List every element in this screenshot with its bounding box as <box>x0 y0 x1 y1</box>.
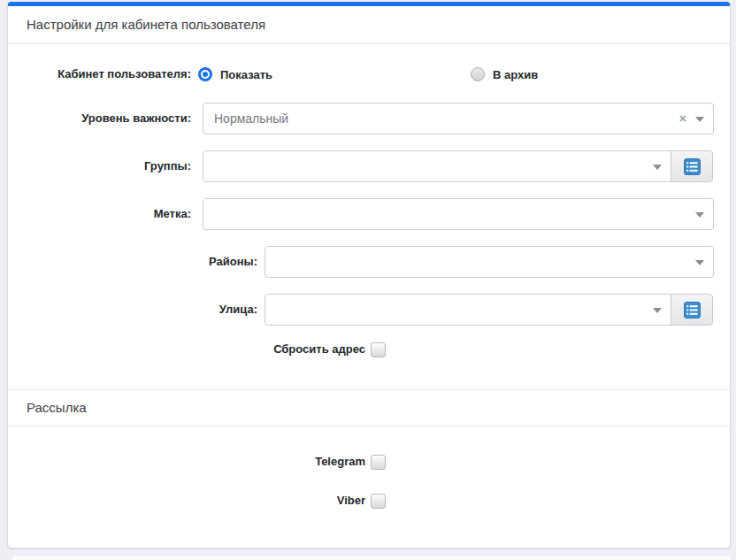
radio-option-show[interactable]: Показать <box>198 67 471 81</box>
street-label: Улица: <box>31 303 257 317</box>
row-importance: Уровень важности: Нормальный × <box>31 103 707 134</box>
radio-archive-label: В архив <box>493 68 538 81</box>
viber-label: Viber <box>31 494 365 508</box>
settings-form: Кабинет пользователя: Показать В архив У… <box>8 44 730 389</box>
street-control <box>264 294 713 326</box>
telegram-checkbox[interactable] <box>371 455 386 470</box>
radio-unselected-icon[interactable] <box>471 67 485 81</box>
chevron-down-icon <box>695 117 704 122</box>
viber-checkbox[interactable] <box>371 494 386 509</box>
groups-select[interactable] <box>203 150 671 182</box>
mark-control <box>203 198 714 230</box>
groups-list-button[interactable] <box>671 150 713 182</box>
row-reset-address: Сбросить адрес <box>31 341 707 357</box>
telegram-label: Telegram <box>31 455 365 469</box>
importance-value: Нормальный <box>214 111 288 126</box>
clear-icon[interactable]: × <box>679 111 686 127</box>
reset-address-label: Сбросить адрес <box>31 342 365 357</box>
districts-select[interactable] <box>264 246 714 278</box>
chevron-down-icon <box>695 260 704 265</box>
chevron-down-icon <box>653 308 662 313</box>
next-card-edge <box>12 556 731 560</box>
importance-control: Нормальный × <box>203 103 714 134</box>
settings-card: Настройки для кабинета пользователя Каби… <box>7 2 731 548</box>
row-telegram: Telegram <box>31 454 707 470</box>
card-title: Настройки для кабинета пользователя <box>8 6 730 44</box>
chevron-down-icon <box>653 165 662 170</box>
page-background: Настройки для кабинета пользователя Каби… <box>0 0 736 560</box>
mailing-form: Telegram Viber <box>8 426 730 509</box>
districts-label: Районы: <box>31 255 257 269</box>
row-cabinet: Кабинет пользователя: Показать В архив <box>31 65 707 83</box>
radio-show-label: Показать <box>220 68 272 81</box>
reset-address-checkbox[interactable] <box>371 342 386 357</box>
radio-selected-icon[interactable] <box>198 67 212 81</box>
street-select[interactable] <box>264 294 671 326</box>
row-viber: Viber <box>31 493 707 509</box>
radio-option-archive[interactable]: В архив <box>471 67 538 81</box>
mailing-section-title: Рассылка <box>8 389 730 426</box>
row-groups: Группы: <box>31 150 707 182</box>
mark-select[interactable] <box>203 198 714 230</box>
importance-select[interactable]: Нормальный × <box>203 103 714 134</box>
districts-control <box>264 246 714 278</box>
row-street: Улица: <box>31 294 707 326</box>
list-icon <box>684 302 701 318</box>
street-list-button[interactable] <box>671 294 713 326</box>
cabinet-label: Кабинет пользователя: <box>31 67 191 81</box>
importance-label: Уровень важности: <box>31 111 191 126</box>
row-mark: Метка: <box>31 198 707 230</box>
chevron-down-icon <box>695 212 704 218</box>
row-districts: Районы: <box>31 246 707 278</box>
mark-label: Метка: <box>31 207 191 221</box>
cabinet-radio-group: Показать В архив <box>198 67 722 81</box>
groups-label: Группы: <box>31 159 191 173</box>
list-icon <box>684 158 701 175</box>
groups-control <box>203 150 713 182</box>
